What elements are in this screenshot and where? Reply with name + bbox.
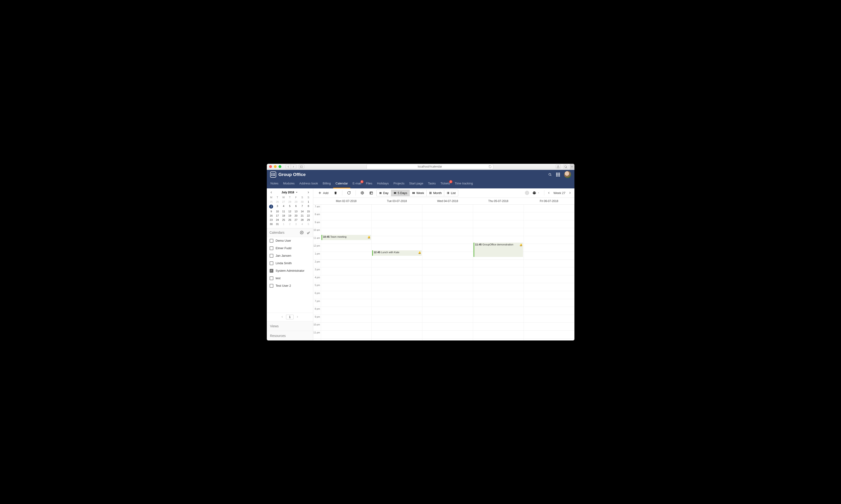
share-button[interactable]: [556, 164, 561, 169]
calendar-checkbox[interactable]: [270, 269, 273, 273]
view-list-button[interactable]: List: [444, 190, 458, 196]
mini-cal-day[interactable]: 2: [268, 204, 274, 209]
mini-cal-prev-button[interactable]: [270, 191, 273, 194]
mini-cal-next-button[interactable]: [307, 191, 310, 194]
mini-cal-day[interactable]: 28: [287, 200, 293, 204]
mini-cal-day[interactable]: 13: [293, 209, 299, 214]
mini-cal-day[interactable]: 19: [287, 214, 293, 218]
nav-address-book[interactable]: Address book: [297, 179, 321, 188]
next-week-button[interactable]: [568, 191, 572, 195]
nav-holidays[interactable]: Holidays: [375, 179, 391, 188]
calendar-checkbox[interactable]: [270, 284, 273, 288]
back-button[interactable]: [286, 164, 291, 169]
mini-cal-day[interactable]: 29: [305, 218, 311, 222]
calendar-item[interactable]: Demo User: [267, 237, 313, 245]
print-button[interactable]: [531, 190, 541, 196]
prev-week-button[interactable]: [547, 191, 551, 195]
mini-cal-day[interactable]: 7: [299, 204, 305, 209]
delete-button[interactable]: [332, 190, 339, 196]
nav-tickets[interactable]: Tickets3: [438, 179, 452, 188]
calendar-grid[interactable]: 7 am8 am9 am10 am11 am12 pm1 pm2 pm3 pm4…: [313, 204, 574, 340]
nav-modules[interactable]: Modules: [281, 179, 297, 188]
mini-cal-day[interactable]: 14: [299, 209, 305, 214]
calendar-event[interactable]: 10:45 Team meeting🔔: [321, 235, 371, 240]
calendar-item[interactable]: Test User 2: [267, 282, 313, 290]
calendar-item[interactable]: Jan Jansen: [267, 252, 313, 259]
pager-prev-button[interactable]: [281, 316, 284, 319]
mini-cal-day[interactable]: 31: [274, 222, 281, 226]
calendar-checkbox[interactable]: [270, 246, 273, 250]
mini-cal-day[interactable]: 11: [281, 209, 287, 214]
calendar-item[interactable]: Linda Smith: [267, 259, 313, 267]
view-5days-button[interactable]: 5 Days: [391, 190, 410, 196]
mini-cal-day[interactable]: 29: [293, 200, 299, 204]
mini-cal-day[interactable]: 5: [287, 204, 293, 209]
mini-cal-day[interactable]: 20: [293, 214, 299, 218]
mini-cal-day[interactable]: 1: [305, 200, 311, 204]
mini-cal-day[interactable]: 24: [274, 218, 281, 222]
sidebar-toggle-button[interactable]: [299, 164, 304, 169]
nav-billing[interactable]: Billing: [320, 179, 333, 188]
calendar-checkbox[interactable]: [270, 262, 273, 265]
mini-cal-day[interactable]: 27: [293, 218, 299, 222]
mini-cal-day[interactable]: 30: [299, 200, 305, 204]
mini-cal-day[interactable]: 17: [274, 214, 281, 218]
mini-cal-day[interactable]: 4: [299, 222, 305, 226]
nav-files[interactable]: Files: [363, 179, 375, 188]
nav-tasks[interactable]: Tasks: [426, 179, 438, 188]
minimize-window-button[interactable]: [274, 165, 277, 168]
mini-cal-day[interactable]: 3: [293, 222, 299, 226]
calendar-item[interactable]: test: [267, 274, 313, 282]
mini-cal-day[interactable]: 16: [268, 214, 274, 218]
day-column[interactable]: 12:45 Lunch with Kate🔔: [372, 204, 423, 340]
mini-cal-day[interactable]: 25: [281, 218, 287, 222]
pager-next-button[interactable]: [296, 316, 299, 319]
calendar-checkbox[interactable]: [270, 254, 273, 258]
page-input[interactable]: [286, 314, 293, 319]
nav-e-mail[interactable]: E-mail6: [350, 179, 364, 188]
calendar-checkbox[interactable]: [270, 239, 273, 242]
add-button[interactable]: Add: [316, 190, 330, 196]
nav-projects[interactable]: Projects: [391, 179, 407, 188]
select-all-icon[interactable]: [306, 231, 310, 234]
mini-cal-day[interactable]: 21: [299, 214, 305, 218]
mini-cal-day[interactable]: 10: [274, 209, 281, 214]
refresh-button[interactable]: [345, 190, 353, 196]
nav-notes[interactable]: Notes: [268, 179, 281, 188]
mini-cal-day[interactable]: 6: [293, 204, 299, 209]
mini-cal-day[interactable]: 30: [268, 222, 274, 226]
new-tab-button[interactable]: +: [570, 164, 574, 170]
reload-icon[interactable]: [488, 165, 491, 168]
mini-cal-day[interactable]: 5: [305, 222, 311, 226]
avatar[interactable]: [564, 171, 571, 178]
calendar-event[interactable]: 11:45 GroupOffice demonstration🔔: [473, 242, 523, 257]
mini-cal-day[interactable]: 3: [274, 204, 281, 209]
mini-cal-day[interactable]: 25: [268, 200, 274, 204]
view-month-button[interactable]: Month: [427, 190, 444, 196]
mini-cal-day[interactable]: 27: [281, 200, 287, 204]
mini-cal-day[interactable]: 2: [287, 222, 293, 226]
today-button[interactable]: [368, 190, 375, 196]
nav-calendar[interactable]: Calendar: [333, 179, 350, 188]
mini-cal-day[interactable]: 9: [268, 209, 274, 214]
day-column[interactable]: 10:45 Team meeting🔔: [321, 204, 372, 340]
resources-section[interactable]: Resources: [267, 331, 313, 340]
view-day-button[interactable]: Day: [377, 190, 391, 196]
mini-cal-day[interactable]: 15: [305, 209, 311, 214]
nav-start-page[interactable]: Start page: [407, 179, 426, 188]
mini-cal-day[interactable]: 26: [274, 200, 281, 204]
mini-cal-day[interactable]: 26: [287, 218, 293, 222]
tabs-button[interactable]: [563, 164, 568, 169]
calendar-item[interactable]: System Administrator: [267, 267, 313, 274]
view-week-button[interactable]: Week: [410, 190, 427, 196]
day-column[interactable]: [423, 204, 473, 340]
mini-cal-day[interactable]: 22: [305, 214, 311, 218]
gear-icon[interactable]: [300, 231, 304, 234]
mini-cal-day[interactable]: 4: [281, 204, 287, 209]
calendar-checkbox[interactable]: [270, 276, 273, 280]
apps-icon[interactable]: [556, 173, 560, 177]
search-icon[interactable]: [548, 173, 552, 177]
mini-cal-title[interactable]: July 2018: [281, 191, 298, 194]
mini-cal-day[interactable]: 12: [287, 209, 293, 214]
maximize-window-button[interactable]: [279, 165, 281, 168]
